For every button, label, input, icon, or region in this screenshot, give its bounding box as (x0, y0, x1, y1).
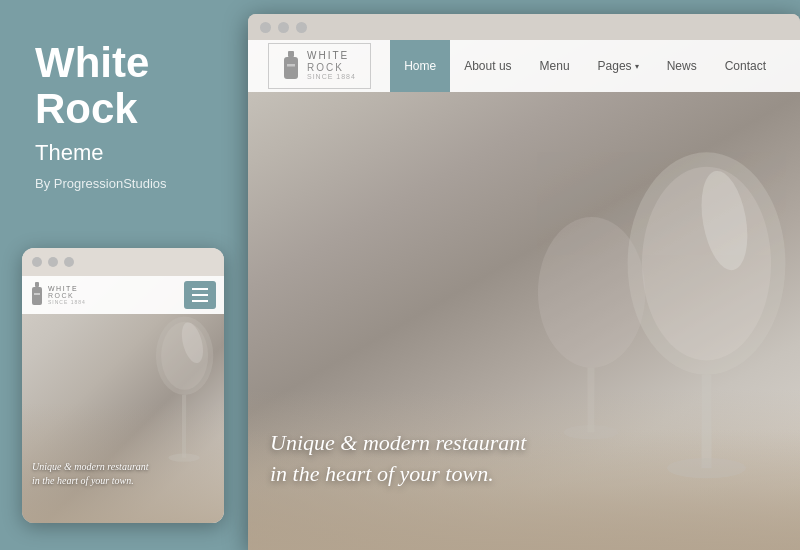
mobile-hero-line1: Unique & modern restaurant (32, 460, 214, 474)
svg-rect-18 (287, 64, 295, 67)
desktop-logo-white: WHITE (307, 50, 356, 62)
desktop-nav-menu-label: Menu (540, 59, 570, 73)
desktop-nav-about-label: About us (464, 59, 511, 73)
desktop-nav-home[interactable]: Home (390, 40, 450, 92)
svg-rect-16 (288, 51, 294, 57)
desktop-content: WHITE ROCK SINCE 1884 Home About us Menu… (248, 40, 800, 550)
mobile-logo: WHITE ROCK SINCE 1884 (30, 282, 86, 308)
svg-rect-17 (284, 57, 298, 79)
svg-rect-7 (34, 293, 40, 295)
title-line2: Rock (35, 85, 138, 132)
desktop-nav-links: Home About us Menu Pages ▾ News Contact (390, 40, 780, 92)
hamburger-line-2 (192, 294, 208, 296)
desktop-hero-text: Unique & modern restaurant in the heart … (270, 428, 526, 490)
desktop-nav-pages[interactable]: Pages ▾ (584, 40, 653, 92)
mobile-navbar: WHITE ROCK SINCE 1884 (22, 276, 224, 314)
left-panel: White Rock Theme By ProgressionStudios (0, 0, 245, 550)
desktop-logo-since: SINCE 1884 (307, 73, 356, 81)
mobile-titlebar (22, 248, 224, 276)
mobile-logo-text: WHITE ROCK SINCE 1884 (48, 285, 86, 306)
theme-title: White Rock (35, 40, 149, 132)
svg-rect-6 (32, 287, 42, 305)
mobile-preview: WHITE ROCK SINCE 1884 Unique & modern re… (22, 248, 224, 523)
desktop-nav-home-label: Home (404, 59, 436, 73)
title-line1: White (35, 39, 149, 86)
chevron-down-icon: ▾ (635, 62, 639, 71)
desktop-nav-news-label: News (667, 59, 697, 73)
mobile-bottle-icon (30, 282, 44, 308)
hamburger-line-3 (192, 300, 208, 302)
desktop-hero-line2: in the heart of your town. (270, 459, 526, 490)
mobile-hamburger-button[interactable] (184, 281, 216, 309)
desktop-preview: WHITE ROCK SINCE 1884 Home About us Menu… (248, 14, 800, 550)
desktop-nav-pages-label: Pages (598, 59, 632, 73)
svg-rect-5 (35, 282, 39, 287)
mobile-logo-since: SINCE 1884 (48, 300, 86, 306)
desktop-dot-2 (278, 22, 289, 33)
mobile-content: WHITE ROCK SINCE 1884 Unique & modern re… (22, 276, 224, 523)
desktop-nav-news[interactable]: News (653, 40, 711, 92)
desktop-dot-1 (260, 22, 271, 33)
desktop-dot-3 (296, 22, 307, 33)
desktop-nav-contact[interactable]: Contact (711, 40, 780, 92)
desktop-titlebar (248, 14, 800, 40)
mobile-dot-1 (32, 257, 42, 267)
desktop-logo-text: WHITE ROCK SINCE 1884 (307, 50, 356, 81)
desktop-hero-line1: Unique & modern restaurant (270, 428, 526, 459)
hamburger-line-1 (192, 288, 208, 290)
desktop-logo-rock: ROCK (307, 62, 356, 74)
mobile-hero-text: Unique & modern restaurant in the heart … (32, 460, 214, 488)
desktop-navbar: WHITE ROCK SINCE 1884 Home About us Menu… (248, 40, 800, 92)
desktop-logo: WHITE ROCK SINCE 1884 (268, 43, 371, 88)
desktop-bottle-icon (283, 51, 299, 81)
mobile-dot-2 (48, 257, 58, 267)
mobile-dot-3 (64, 257, 74, 267)
desktop-nav-about[interactable]: About us (450, 40, 525, 92)
desktop-nav-contact-label: Contact (725, 59, 766, 73)
desktop-nav-menu[interactable]: Menu (526, 40, 584, 92)
theme-subtitle: Theme (35, 140, 103, 166)
mobile-logo-white: WHITE (48, 285, 86, 293)
theme-by: By ProgressionStudios (35, 176, 167, 191)
mobile-hero-line2: in the heart of your town. (32, 474, 214, 488)
